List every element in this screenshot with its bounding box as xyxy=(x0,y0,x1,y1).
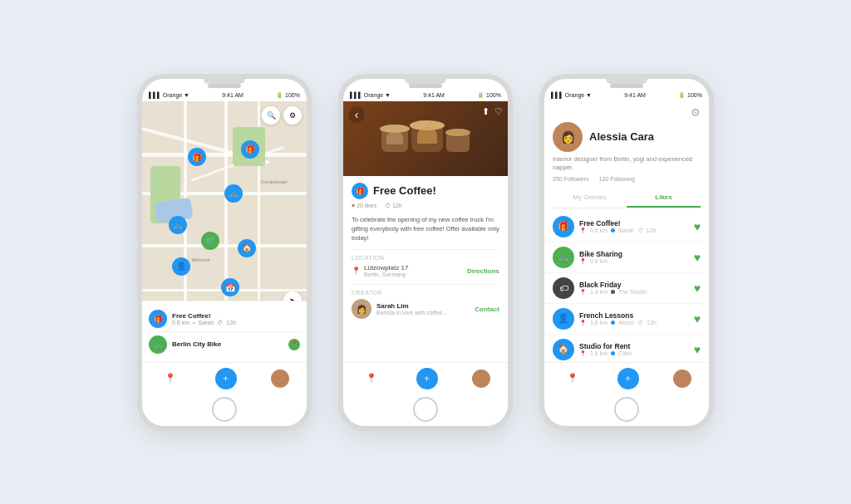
profile-list-item-3[interactable]: 👤 French Lessons 📍 1.6 km Alison ⏱ 12h ♥ xyxy=(544,304,709,335)
map-pin-bike[interactable]: 🚲 xyxy=(224,184,243,203)
location-label: Location xyxy=(352,255,499,261)
nav-add-2[interactable]: ＋ xyxy=(416,368,438,389)
profile-list-item-0[interactable]: 🎁 Free Coffee! 📍 0.6 km Sarah ⏱ 12h ♥ xyxy=(544,212,709,242)
profile-list-item-1[interactable]: 🚲 Bike Sharing 📍 0.8 km ♥ xyxy=(544,242,709,273)
pli-content-1: Bike Sharing 📍 0.8 km xyxy=(579,250,689,265)
nav-add-1[interactable]: ＋ xyxy=(215,368,237,389)
battery-2: 🔋 100% xyxy=(477,92,501,99)
profile-bio: Interior designer from Berlin, yogi and … xyxy=(553,155,701,173)
phone-profile: ▌▌▌ Orange ▼ 9:41 AM 🔋 100% ⚙ 👩 Alessia … xyxy=(539,74,714,431)
map-item-text-0: Free Coffee! 0.6 km • Sarah ⏱ 12h xyxy=(172,312,300,325)
nav-location-1[interactable]: 📍 xyxy=(160,368,181,389)
map-search-button[interactable]: 🔍 xyxy=(262,106,280,125)
pli-heart-1[interactable]: ♥ xyxy=(694,251,701,264)
map-controls: 🔍 ⚙ xyxy=(262,106,302,125)
pli-dot-3 xyxy=(611,321,615,325)
divider-2 xyxy=(352,284,499,285)
pli-dot-0 xyxy=(611,228,615,232)
pli-content-0: Free Coffee! 📍 0.6 km Sarah ⏱ 12h xyxy=(579,219,689,234)
creator-label: Creator xyxy=(352,290,499,296)
signal-1: ▌▌▌ Orange ▼ xyxy=(149,92,189,98)
map-pin-gift-1[interactable]: 🎁 xyxy=(188,148,206,166)
location-pin-icon: 📍 xyxy=(352,267,361,275)
detail-description: To celebrate the opening of my new coffe… xyxy=(352,215,499,243)
detail-share-button[interactable]: ⬆ xyxy=(482,106,489,117)
detail-actions: ⬆ ♡ xyxy=(482,106,503,117)
map-item-dist-0: 0.6 km xyxy=(172,320,189,325)
nav-avatar-3[interactable] xyxy=(673,369,691,388)
detail-location-row: 📍 Lützowplatz 17 Berlin, Germany Directi… xyxy=(352,264,499,277)
map-item-time-0: 12h xyxy=(226,320,236,325)
map-background: Torstraße Oranienburger Mohrenstr. 🎁 🚲 🎁… xyxy=(142,101,307,362)
nav-avatar-1[interactable] xyxy=(271,369,289,388)
directions-button[interactable]: Directions xyxy=(467,267,499,275)
detail-title: Free Coffee! xyxy=(373,184,436,197)
pli-icon-3: 👤 xyxy=(553,308,574,330)
pli-heart-0[interactable]: ♥ xyxy=(694,220,701,233)
pli-time-3: 12h xyxy=(647,320,657,325)
profile-list-item-4[interactable]: 🏠 Studio for Rent 📍 1.8 km Clark ♥ xyxy=(544,335,709,362)
pli-sub-2: 📍 1.4 km The Studio xyxy=(579,289,689,296)
contact-button[interactable]: Contact xyxy=(475,306,499,313)
detail-back-button[interactable]: ‹ xyxy=(348,106,365,123)
pli-heart-4[interactable]: ♥ xyxy=(694,343,701,356)
tab-likes[interactable]: Likes xyxy=(627,188,701,208)
profile-list: 🎁 Free Coffee! 📍 0.6 km Sarah ⏱ 12h ♥ xyxy=(544,212,709,362)
nav-location-3[interactable]: 📍 xyxy=(562,368,583,389)
profile-screen: ⚙ 👩 Alessia Cara Interior designer from … xyxy=(544,101,709,362)
detail-heart-button[interactable]: ♡ xyxy=(494,106,503,117)
map-filter-button[interactable]: ⚙ xyxy=(283,106,302,125)
nav-avatar-2[interactable] xyxy=(472,369,490,388)
map-list-item-0[interactable]: 🎁 Free Coffee! 0.6 km • Sarah ⏱ 12h xyxy=(149,306,300,332)
map-item-text-1: Berlin City Bike xyxy=(172,340,283,348)
pli-sub-0: 📍 0.6 km Sarah ⏱ 12h xyxy=(579,228,689,234)
status-bar-3: ▌▌▌ Orange ▼ 9:41 AM 🔋 100% xyxy=(544,90,709,101)
profile-stats: 250 Followers 120 Following xyxy=(553,176,701,182)
time-2: 9:41 AM xyxy=(423,92,445,98)
map-pin-bike-2[interactable]: 🚲 xyxy=(169,216,187,234)
pli-dot-2 xyxy=(611,290,615,294)
bottom-nav-2: 📍 ＋ xyxy=(343,362,508,393)
nav-add-3[interactable]: ＋ xyxy=(617,368,639,389)
detail-hero-image: ‹ ⬆ ♡ xyxy=(343,101,508,176)
home-button-1[interactable] xyxy=(212,397,237,422)
home-button-3[interactable] xyxy=(614,397,639,422)
pli-content-3: French Lessons 📍 1.6 km Alison ⏱ 12h xyxy=(579,311,689,326)
signal-3: ▌▌▌ Orange ▼ xyxy=(551,92,592,98)
map-pin-store[interactable]: 🛒 xyxy=(201,232,219,250)
pli-creator-0: Sarah xyxy=(618,228,634,233)
pli-heart-3[interactable]: ♥ xyxy=(694,312,701,325)
creator-text: Sarah Lim Barista in love with coffee... xyxy=(376,302,447,316)
pli-creator-3: Alison xyxy=(618,320,634,325)
creator-name: Sarah Lim xyxy=(376,302,447,310)
map-item-location-pin: 📍 xyxy=(288,339,300,350)
map-pin-person[interactable]: 👤 xyxy=(172,257,190,276)
home-button-2[interactable] xyxy=(413,397,438,422)
creator-avatar: 👩 xyxy=(352,299,371,319)
tab-my-gemies[interactable]: My Gemies xyxy=(553,188,627,208)
map-pin-gift-2[interactable]: 🎁 xyxy=(241,140,259,159)
map-item-sub-0: 0.6 km • Sarah ⏱ 12h xyxy=(172,320,300,325)
pli-pin-0: 📍 xyxy=(579,228,587,234)
map-pin-home[interactable]: 🏠 xyxy=(238,239,256,257)
speaker-3 xyxy=(610,84,643,88)
pli-heart-2[interactable]: ♥ xyxy=(694,281,701,295)
profile-list-item-2[interactable]: 🏷 Black Friday 📍 1.4 km The Studio ♥ xyxy=(544,273,709,304)
map-item-icon-0: 🎁 xyxy=(149,310,167,328)
pli-sub-3: 📍 1.6 km Alison ⏱ 12h xyxy=(579,320,689,326)
nav-location-2[interactable]: 📍 xyxy=(361,368,382,389)
settings-icon[interactable]: ⚙ xyxy=(691,106,701,119)
pli-content-4: Studio for Rent 📍 1.8 km Clark xyxy=(579,342,689,357)
time-1: 9:41 AM xyxy=(222,92,243,98)
status-bar-1: ▌▌▌ Orange ▼ 9:41 AM 🔋 100% xyxy=(142,90,307,101)
map-item-creator-0: Sarah xyxy=(198,320,214,325)
pli-icon-0: 🎁 xyxy=(553,216,574,237)
detail-screen: ‹ ⬆ ♡ 🎁 Free Coffee! ♥ 20 likes ⏱ 12h To… xyxy=(343,101,508,362)
speaker-2 xyxy=(409,84,442,88)
map-pin-calendar[interactable]: 📅 xyxy=(221,278,239,296)
map-item-clock-0: ⏱ xyxy=(217,320,223,325)
map-screen: Torstraße Oranienburger Mohrenstr. 🎁 🚲 🎁… xyxy=(142,101,307,362)
map-list-item-1[interactable]: 🚲 Berlin City Bike 📍 xyxy=(149,332,300,357)
pli-title-3: French Lessons xyxy=(579,311,689,320)
pli-title-2: Black Friday xyxy=(579,281,689,289)
